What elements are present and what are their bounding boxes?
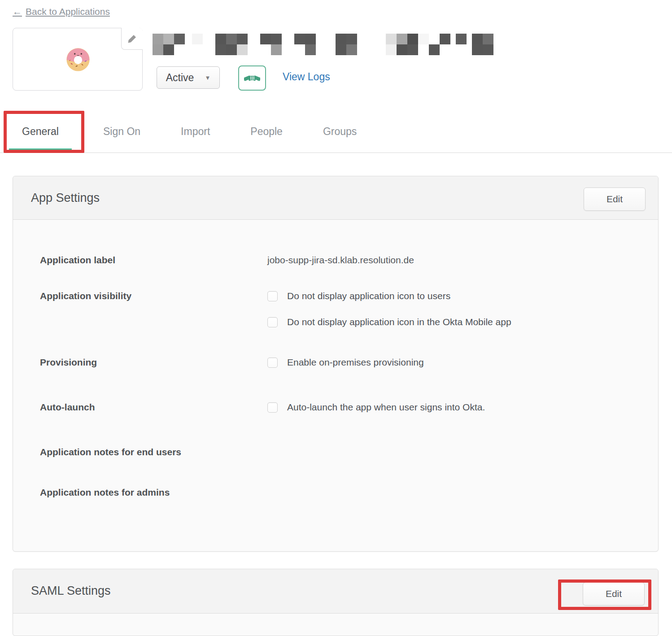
field-value: Enable on-premises provisioning (267, 357, 424, 368)
checkbox-label: Do not display application icon to users (287, 291, 450, 301)
redacted-block (456, 34, 467, 44)
settings-row: Application labeljobo-supp-jira-sd.klab.… (40, 255, 658, 266)
settings-row: Auto-launchAuto-launch the app when user… (40, 402, 658, 413)
redacted-block (346, 44, 357, 55)
field-label: Application notes for end users (40, 447, 267, 457)
handshake-button[interactable] (238, 65, 266, 91)
redacted-block (407, 44, 418, 55)
redacted-block (483, 44, 493, 55)
checkbox-option[interactable]: Do not display application icon in the O… (267, 317, 511, 327)
status-dropdown[interactable]: Active ▼ (157, 66, 220, 89)
checkbox-label: Enable on-premises provisioning (287, 357, 424, 368)
chevron-down-icon: ▼ (205, 74, 210, 81)
tab-import[interactable]: Import (163, 111, 228, 152)
redacted-block (271, 44, 282, 55)
field-label: Provisioning (40, 357, 267, 368)
app-settings-panel: App Settings Edit Application labeljobo-… (13, 176, 659, 552)
field-label: Application visibility (40, 291, 267, 327)
app-logo-card (13, 28, 143, 91)
checkbox-option[interactable]: Do not display application icon to users (267, 291, 511, 301)
redacted-block (153, 44, 163, 55)
redacted-block (472, 34, 483, 44)
checkbox-option[interactable]: Auto-launch the app when user signs into… (267, 402, 485, 413)
redacted-block (192, 34, 203, 44)
redacted-block (336, 34, 346, 44)
redacted-block (237, 44, 248, 55)
saml-settings-header: SAML Settings Edit (13, 569, 658, 614)
app-settings-rows: Application labeljobo-supp-jira-sd.klab.… (13, 220, 658, 498)
redacted-block (386, 44, 397, 55)
redacted-block (440, 34, 450, 44)
checkbox-option[interactable]: Enable on-premises provisioning (267, 357, 424, 368)
field-label: Application label (40, 255, 267, 266)
app-logo (63, 44, 93, 74)
settings-row: ProvisioningEnable on-premises provision… (40, 357, 658, 368)
field-text-value: jobo-supp-jira-sd.klab.resolution.de (267, 255, 414, 265)
redacted-block (386, 34, 397, 44)
settings-row: Application notes for admins (40, 487, 658, 498)
redacted-block (305, 44, 316, 55)
tab-general[interactable]: General (0, 111, 81, 152)
saml-settings-edit-button[interactable]: Edit (583, 582, 645, 606)
settings-row: Application visibilityDo not display app… (40, 291, 658, 327)
redacted-block (163, 34, 174, 44)
settings-row: Application notes for end users (40, 447, 658, 457)
status-label: Active (166, 72, 194, 84)
pencil-icon (127, 33, 138, 44)
app-settings-header: App Settings Edit (13, 176, 658, 220)
redacted-block (418, 34, 429, 44)
section-title: App Settings (31, 176, 100, 220)
redacted-block (472, 44, 483, 55)
redacted-block (397, 34, 407, 44)
tabs-bar: General Sign On Import People Groups (0, 111, 672, 153)
saml-settings-panel: SAML Settings Edit (13, 569, 659, 636)
redacted-block (483, 34, 493, 44)
redacted-block (407, 34, 418, 44)
redacted-block (336, 44, 346, 55)
redacted-block (226, 44, 237, 55)
left-arrow-icon: ← (13, 6, 22, 17)
handshake-icon (244, 70, 260, 86)
redacted-block (226, 34, 237, 44)
field-label: Application notes for admins (40, 487, 267, 498)
back-to-applications-link[interactable]: ←Back to Applications (13, 6, 110, 17)
app-settings-edit-button[interactable]: Edit (584, 187, 646, 211)
redacted-block (271, 34, 282, 44)
edit-logo-button[interactable] (121, 28, 143, 50)
tab-people[interactable]: People (232, 111, 301, 152)
redacted-block (294, 34, 305, 44)
checkbox[interactable] (267, 402, 278, 413)
redacted-block (429, 44, 440, 55)
redacted-app-title (153, 34, 511, 55)
redacted-block (174, 34, 185, 44)
section-title: SAML Settings (31, 569, 111, 613)
field-value: Do not display application icon to users… (267, 291, 511, 327)
tab-sign-on[interactable]: Sign On (85, 111, 158, 152)
field-label: Auto-launch (40, 402, 267, 413)
tab-groups[interactable]: Groups (305, 111, 375, 152)
view-logs-link[interactable]: View Logs (283, 71, 330, 83)
redacted-block (215, 44, 226, 55)
redacted-block (397, 44, 407, 55)
redacted-block (163, 44, 174, 55)
checkbox[interactable] (267, 317, 278, 327)
checkbox[interactable] (267, 291, 278, 301)
redacted-block (153, 34, 163, 44)
checkbox-label: Do not display application icon in the O… (287, 317, 511, 327)
checkbox[interactable] (267, 357, 278, 368)
redacted-block (260, 34, 271, 44)
redacted-block (346, 34, 357, 44)
back-link-label: Back to Applications (26, 6, 110, 17)
checkbox-label: Auto-launch the app when user signs into… (287, 402, 485, 413)
redacted-block (237, 34, 248, 44)
redacted-block (305, 34, 316, 44)
redacted-block (215, 34, 226, 44)
field-value: jobo-supp-jira-sd.klab.resolution.de (267, 255, 414, 266)
field-value: Auto-launch the app when user signs into… (267, 402, 485, 413)
